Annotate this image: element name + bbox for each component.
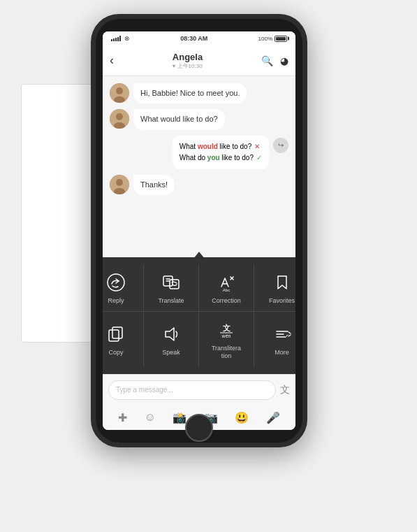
menu-item-reply[interactable]: Reply (103, 264, 144, 312)
chat-header: ‹ Angela ▾ 上午10:30 🔍 ◕ (103, 45, 295, 76)
favorites-label: Favorites (269, 297, 295, 305)
svg-rect-11 (170, 280, 179, 289)
message-input[interactable]: Type a message... (108, 380, 276, 400)
reply-label: Reply (108, 297, 124, 305)
menu-caret (193, 252, 205, 259)
more-label: More (275, 349, 289, 357)
correction-label: Correction (212, 297, 241, 305)
transliteration-icon: 文 wén (215, 319, 237, 341)
contact-subtext: ▾ 上午10:30 (173, 62, 203, 70)
image-icon[interactable]: 📸 (173, 411, 186, 424)
signal-area: ⊗ (111, 35, 130, 42)
svg-point-4 (116, 113, 123, 120)
speak-label: Speak (162, 349, 180, 357)
input-area: Type a message... 文 (103, 374, 295, 405)
svg-marker-15 (166, 328, 174, 340)
check-icon: ✓ (256, 152, 262, 164)
menu-item-correction[interactable]: Abc Correction (199, 264, 254, 312)
scene: ⊗ 08:30 AM 100% ‹ Angela (0, 0, 417, 532)
reply-icon (105, 271, 127, 294)
menu-item-translate[interactable]: Translate (144, 264, 199, 312)
svg-point-7 (116, 179, 123, 186)
header-center: Angela ▾ 上午10:30 (173, 52, 203, 70)
message-bubble: Hi, Babbie! Nice to meet you. (133, 83, 247, 103)
favorites-icon (271, 271, 293, 294)
x-icon: ✕ (254, 141, 260, 152)
menu-grid: Reply (103, 264, 295, 367)
status-bar: ⊗ 08:30 AM 100% (103, 31, 295, 45)
menu-item-speak[interactable]: Speak (144, 312, 199, 367)
plus-icon[interactable]: ✚ (118, 411, 127, 424)
avatar (110, 83, 129, 103)
mic-icon[interactable]: 🎤 (266, 411, 280, 424)
contact-time: 上午10:30 (177, 63, 203, 69)
chat-area: Hi, Babbie! Nice to meet you. (103, 76, 295, 374)
svg-text:Abc: Abc (223, 288, 230, 292)
status-time: 08:30 AM (180, 35, 207, 42)
translate-icon (160, 271, 182, 294)
menu-item-transliteration[interactable]: 文 wén Transliteration (199, 312, 254, 367)
battery-percent: 100% (258, 36, 272, 42)
correction-box: What would like to do? ✕ What do you lik… (173, 136, 269, 169)
contact-name: Angela (173, 52, 203, 62)
correction-correct-text: What do you like to do? (180, 152, 254, 164)
svg-point-1 (116, 87, 123, 94)
message-text: Thanks! (140, 180, 168, 189)
screen: ⊗ 08:30 AM 100% ‹ Angela (103, 31, 295, 430)
header-icons: 🔍 ◕ (261, 55, 288, 66)
emoji-icon[interactable]: ☺ (145, 411, 156, 424)
svg-text:文: 文 (223, 324, 231, 332)
back-button[interactable]: ‹ (110, 53, 114, 68)
correction-row: ↪ What would like to do? ✕ What do you l… (110, 136, 288, 169)
copy-label: Copy (108, 349, 123, 357)
copy-icon (105, 323, 127, 345)
forward-arrow: ↪ (273, 138, 288, 153)
message-row: Thanks! (110, 175, 288, 195)
correction-correct: What do you like to do? ✓ (180, 152, 262, 164)
speak-icon (160, 323, 182, 345)
input-placeholder: Type a message... (116, 386, 173, 394)
message-bubble: Thanks! (133, 175, 175, 195)
transliteration-label: Transliteration (212, 345, 241, 360)
avatar (110, 175, 129, 194)
svg-point-9 (108, 274, 124, 291)
battery-fill (276, 37, 286, 41)
correction-wrong-text: What would like to do? (180, 141, 251, 152)
settings-icon[interactable]: ◕ (280, 55, 288, 66)
correction-icon: Abc (215, 271, 237, 294)
translate-label: Translate (158, 297, 184, 305)
home-button[interactable] (185, 414, 213, 442)
phone-inner: ⊗ 08:30 AM 100% ‹ Angela (96, 19, 302, 443)
menu-item-copy[interactable]: Copy (103, 312, 144, 367)
svg-text:wén: wén (221, 333, 231, 338)
avatar (110, 109, 129, 129)
message-text: Hi, Babbie! Nice to meet you. (140, 89, 240, 97)
context-menu: Reply (103, 257, 295, 374)
message-row: Hi, Babbie! Nice to meet you. (110, 83, 288, 103)
search-icon[interactable]: 🔍 (261, 55, 273, 66)
correction-wrong: What would like to do? ✕ (180, 141, 262, 152)
more-icon (271, 323, 293, 345)
translate-input-icon[interactable]: 文 (280, 384, 290, 396)
message-text: What would like to do? (140, 115, 218, 123)
sticker-icon[interactable]: 😃 (235, 411, 249, 424)
battery-icon (275, 36, 287, 42)
wifi-icon: ⊗ (124, 35, 130, 42)
signal-bars (111, 36, 121, 41)
location-icon: ▾ (173, 63, 175, 69)
menu-item-more[interactable]: More (254, 312, 295, 367)
menu-item-favorites[interactable]: Favorites (254, 264, 295, 312)
message-row: What would like to do? (110, 109, 288, 129)
svg-rect-14 (112, 327, 122, 338)
message-bubble: What would like to do? (133, 109, 225, 129)
svg-rect-13 (109, 330, 119, 341)
phone-frame: ⊗ 08:30 AM 100% ‹ Angela (91, 14, 307, 447)
battery-area: 100% (258, 36, 287, 42)
